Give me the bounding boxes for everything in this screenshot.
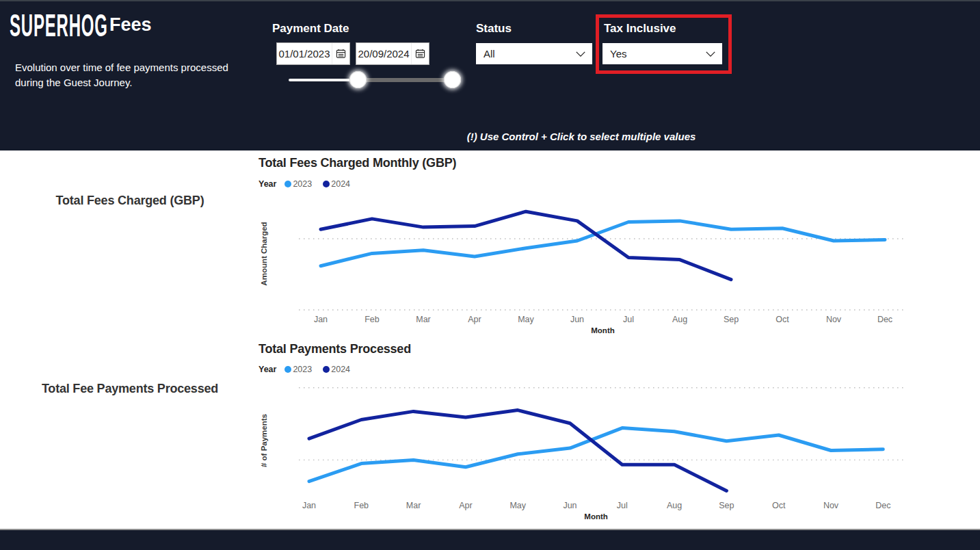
series-line-2023[interactable]: [321, 221, 885, 266]
x-tick-label: Feb: [354, 501, 369, 510]
x-tick-label: Mar: [406, 501, 421, 510]
x-tick-label: Oct: [776, 315, 789, 324]
legend-title: Year: [259, 365, 276, 374]
chart1-y-axis-title: Amount Charged: [260, 202, 268, 305]
x-tick-label: Nov: [826, 315, 842, 324]
chart1-legend: Year 2023 2024: [259, 179, 357, 189]
x-tick-label: Nov: [823, 501, 839, 510]
x-tick-label: Jun: [570, 315, 584, 324]
row-label-total-fees-charged: Total Fees Charged (GBP): [27, 194, 233, 208]
legend-dot-2024: [323, 181, 330, 187]
legend-item-2023[interactable]: 2023: [284, 179, 319, 189]
legend-label-2023: 2023: [293, 365, 312, 374]
payment-date-label: Payment Date: [272, 22, 349, 36]
superhog-logo: SUPERHOG: [10, 8, 108, 44]
chart2-legend: Year 2023 2024: [259, 365, 357, 374]
end-date-value: 20/09/2024: [356, 48, 411, 60]
status-label: Status: [476, 22, 512, 36]
x-tick-label: Apr: [459, 501, 472, 510]
legend-dot-2023: [284, 181, 291, 187]
x-tick-label: Dec: [877, 315, 892, 324]
x-tick-label: Dec: [875, 501, 890, 510]
date-slider-track[interactable]: [289, 79, 358, 81]
x-axis-title: Month: [591, 326, 614, 335]
header: SUPERHOG Fees Evolution over time of fee…: [0, 0, 980, 150]
legend-dot-2024: [323, 366, 330, 373]
chart-total-fees-charged-monthly[interactable]: JanFebMarAprMayJunJulAugSepOctNovDecMont…: [294, 202, 980, 339]
legend-label-2024: 2024: [331, 179, 350, 189]
legend-label-2023: 2023: [293, 179, 312, 189]
page-description: Evolution over time of fee payments proc…: [15, 60, 241, 90]
x-tick-label: Jul: [617, 501, 628, 510]
x-tick-label: Aug: [667, 501, 682, 510]
page-title: Fees: [109, 14, 152, 36]
dashboard: SUPERHOG Fees Evolution over time of fee…: [0, 0, 980, 550]
x-tick-label: Feb: [365, 315, 380, 324]
date-slider-handle-end[interactable]: [444, 71, 461, 88]
end-date-input[interactable]: 20/09/2024: [356, 42, 429, 65]
x-tick-label: Aug: [672, 315, 687, 324]
x-tick-label: Jun: [563, 501, 577, 510]
calendar-icon[interactable]: [411, 43, 429, 64]
x-tick-label: Apr: [468, 315, 481, 324]
status-dropdown[interactable]: All: [476, 43, 592, 64]
x-tick-label: Sep: [719, 501, 734, 510]
tax-inclusive-dropdown-value: Yes: [602, 48, 705, 60]
tax-inclusive-label: Tax Inclusive: [604, 22, 676, 36]
chart2-title: Total Payments Processed: [259, 342, 411, 356]
date-slider-range[interactable]: [358, 78, 453, 82]
series-line-2024[interactable]: [309, 410, 726, 491]
legend-dot-2023: [284, 366, 291, 373]
chart1-title: Total Fees Charged Monthly (GBP): [259, 156, 456, 170]
legend-item-2024[interactable]: 2024: [323, 179, 357, 189]
x-tick-label: Jul: [623, 315, 634, 324]
x-tick-label: Jan: [314, 315, 328, 324]
chevron-down-icon: [705, 50, 716, 58]
start-date-value: 01/01/2023: [277, 48, 332, 60]
chevron-down-icon: [575, 50, 586, 58]
row-label-total-fee-payments: Total Fee Payments Processed: [27, 382, 233, 396]
start-date-input[interactable]: 01/01/2023: [276, 42, 350, 65]
series-line-2023[interactable]: [309, 428, 883, 482]
multi-select-note: (!) Use Control + Click to select multip…: [294, 131, 869, 142]
legend-title: Year: [259, 179, 276, 189]
tax-inclusive-dropdown[interactable]: Yes: [602, 43, 722, 64]
x-tick-label: May: [509, 501, 526, 510]
x-axis-title: Month: [584, 512, 607, 521]
bottom-bar: [0, 529, 980, 550]
x-tick-label: Sep: [724, 315, 739, 324]
status-dropdown-value: All: [476, 48, 575, 60]
legend-item-2023[interactable]: 2023: [284, 365, 319, 374]
legend-item-2024[interactable]: 2024: [323, 365, 357, 374]
chart-total-payments-processed[interactable]: JanFebMarAprMayJunJulAugSepOctNovDecMont…: [294, 383, 980, 528]
date-slider-handle-start[interactable]: [349, 71, 367, 88]
calendar-icon[interactable]: [332, 43, 349, 64]
chart2-y-axis-title: # of Payments: [260, 389, 268, 492]
legend-label-2024: 2024: [331, 365, 350, 374]
x-tick-label: Mar: [416, 315, 431, 324]
window-top-edge: [0, 0, 980, 1]
x-tick-label: Jan: [302, 501, 316, 510]
x-tick-label: May: [518, 315, 534, 324]
x-tick-label: Oct: [772, 501, 786, 510]
